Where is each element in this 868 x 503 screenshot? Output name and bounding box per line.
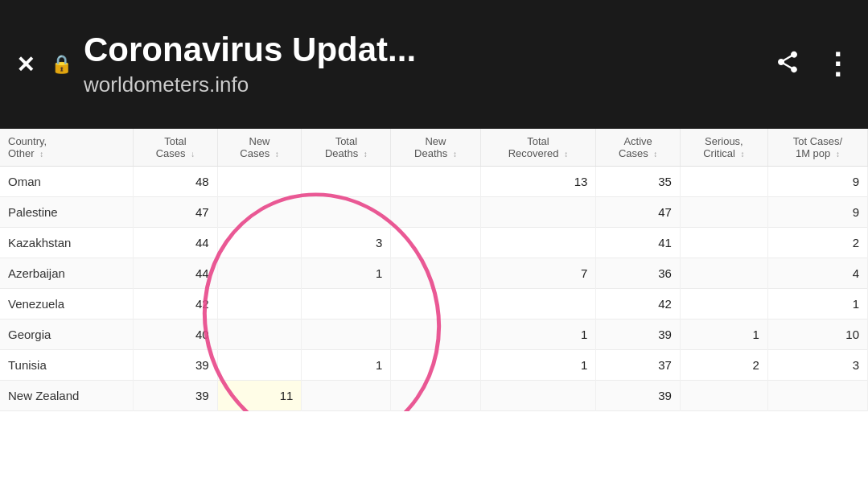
cell-tot_cases_1m: 2: [767, 228, 867, 258]
cell-total_cases: 42: [134, 289, 218, 320]
cell-tot_cases_1m: 9: [767, 167, 867, 197]
cell-active_cases: 36: [596, 258, 681, 289]
cell-serious_critical: [680, 167, 767, 197]
table-body: Oman4813359Palestine47479Kazakhstan44341…: [0, 167, 868, 411]
cell-active_cases: 39: [596, 381, 681, 411]
sort-icon-total-recovered: ↕: [564, 150, 568, 159]
cell-serious_critical: 2: [680, 350, 767, 381]
cell-new_cases: [217, 320, 302, 350]
table-row: Palestine47479: [0, 197, 868, 228]
cell-tot_cases_1m: 3: [767, 350, 867, 381]
sort-icon-country: ↕: [39, 150, 43, 159]
cell-tot_cases_1m: [767, 381, 867, 411]
cell-total_recovered: 1: [480, 320, 596, 350]
lock-icon: 🔒: [51, 54, 72, 75]
cell-total_deaths: [302, 289, 391, 320]
cell-new_cases: [217, 350, 302, 381]
cell-new_deaths: [391, 197, 480, 228]
cell-new_cases: 11: [217, 381, 302, 411]
cell-active_cases: 47: [596, 197, 681, 228]
page-title: Coronavirus Updat...: [84, 31, 775, 68]
cell-total_cases: 47: [134, 197, 218, 228]
cell-new_deaths: [391, 350, 480, 381]
col-header-serious-critical[interactable]: Serious,Critical ↕: [680, 129, 767, 167]
cell-country: Kazakhstan: [0, 228, 134, 258]
col-header-active-cases[interactable]: ActiveCases ↕: [596, 129, 681, 167]
data-table-container: Country,Other ↕ TotalCases ↓ NewCases ↕ …: [0, 129, 868, 411]
table-row: Tunisia39113723: [0, 350, 868, 381]
cell-country: Tunisia: [0, 350, 134, 381]
col-header-total-recovered[interactable]: TotalRecovered ↕: [480, 129, 596, 167]
cell-country: Palestine: [0, 197, 134, 228]
col-header-new-deaths[interactable]: NewDeaths ↕: [391, 129, 480, 167]
cell-total_deaths: 3: [302, 228, 391, 258]
cell-tot_cases_1m: 1: [767, 289, 867, 320]
cell-serious_critical: 1: [680, 320, 767, 350]
close-button[interactable]: ✕: [16, 52, 35, 78]
cell-new_deaths: [391, 289, 480, 320]
cell-total_recovered: [480, 381, 596, 411]
sort-icon-tot-cases-1m: ↕: [836, 150, 840, 159]
cell-total_recovered: [480, 289, 596, 320]
cell-new_cases: [217, 258, 302, 289]
col-header-total-deaths[interactable]: TotalDeaths ↕: [302, 129, 391, 167]
table-row: Kazakhstan443412: [0, 228, 868, 258]
cell-active_cases: 39: [596, 320, 681, 350]
cell-tot_cases_1m: 9: [767, 197, 867, 228]
col-header-total-cases[interactable]: TotalCases ↓: [134, 129, 218, 167]
cell-total_recovered: [480, 197, 596, 228]
table-row: New Zealand391139: [0, 381, 868, 411]
cell-total_deaths: 1: [302, 350, 391, 381]
cell-new_deaths: [391, 258, 480, 289]
cell-total_deaths: [302, 320, 391, 350]
more-options-icon[interactable]: ⋮: [823, 47, 852, 81]
cell-serious_critical: [680, 228, 767, 258]
table-row: Venezuela42421: [0, 289, 868, 320]
cell-country: New Zealand: [0, 381, 134, 411]
sort-icon-new-cases: ↕: [275, 150, 279, 159]
title-area: Coronavirus Updat... worldometers.info: [84, 31, 775, 97]
cell-tot_cases_1m: 10: [767, 320, 867, 350]
cell-new_cases: [217, 289, 302, 320]
sort-icon-total-cases: ↓: [191, 150, 195, 159]
cell-active_cases: 37: [596, 350, 681, 381]
col-header-country[interactable]: Country,Other ↕: [0, 129, 134, 167]
cell-new_deaths: [391, 167, 480, 197]
cell-new_cases: [217, 197, 302, 228]
cell-total_recovered: [480, 228, 596, 258]
cell-new_deaths: [391, 381, 480, 411]
sort-icon-total-deaths: ↕: [364, 150, 368, 159]
cell-total_deaths: [302, 167, 391, 197]
cell-active_cases: 41: [596, 228, 681, 258]
table-row: Oman4813359: [0, 167, 868, 197]
share-icon[interactable]: [775, 49, 800, 80]
cell-total_cases: 40: [134, 320, 218, 350]
cell-total_recovered: 13: [480, 167, 596, 197]
cell-total_cases: 39: [134, 381, 218, 411]
sort-icon-serious-critical: ↕: [741, 150, 745, 159]
cell-serious_critical: [680, 381, 767, 411]
cell-active_cases: 42: [596, 289, 681, 320]
col-header-tot-cases-1m[interactable]: Tot Cases/1M pop ↕: [767, 129, 867, 167]
col-header-new-cases[interactable]: NewCases ↕: [217, 129, 302, 167]
covid-table: Country,Other ↕ TotalCases ↓ NewCases ↕ …: [0, 129, 868, 411]
cell-country: Azerbaijan: [0, 258, 134, 289]
browser-actions: ⋮: [775, 47, 852, 81]
sort-icon-new-deaths: ↕: [453, 150, 457, 159]
cell-serious_critical: [680, 258, 767, 289]
cell-total_recovered: 1: [480, 350, 596, 381]
cell-total_cases: 39: [134, 350, 218, 381]
cell-active_cases: 35: [596, 167, 681, 197]
cell-serious_critical: [680, 289, 767, 320]
browser-chrome: ✕ 🔒 Coronavirus Updat... worldometers.in…: [0, 0, 868, 129]
cell-total_deaths: [302, 381, 391, 411]
cell-new_cases: [217, 228, 302, 258]
table-header: Country,Other ↕ TotalCases ↓ NewCases ↕ …: [0, 129, 868, 167]
cell-total_cases: 44: [134, 258, 218, 289]
table-row: Georgia40139110: [0, 320, 868, 350]
cell-country: Oman: [0, 167, 134, 197]
cell-serious_critical: [680, 197, 767, 228]
sort-icon-active-cases: ↕: [653, 150, 657, 159]
cell-country: Georgia: [0, 320, 134, 350]
cell-tot_cases_1m: 4: [767, 258, 867, 289]
